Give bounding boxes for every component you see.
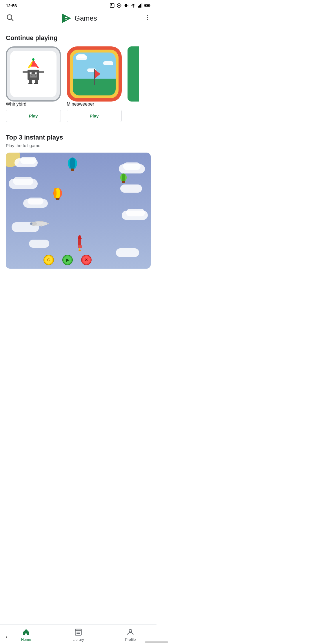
svg-rect-30 [35, 73, 37, 74]
svg-rect-39 [28, 83, 32, 84]
svg-point-25 [147, 19, 148, 20]
svg-point-24 [147, 17, 148, 18]
svg-rect-22 [65, 18, 68, 19]
minesweeper-name: Minesweeper [67, 102, 94, 107]
coin-green-1: G [43, 255, 54, 265]
svg-point-53 [70, 158, 75, 169]
svg-rect-46 [30, 74, 37, 77]
svg-point-9 [133, 7, 134, 8]
svg-point-23 [147, 15, 148, 16]
svg-rect-13 [141, 3, 142, 8]
instant-image-container: G ▶ ✕ [0, 153, 156, 274]
battery-icon [144, 3, 151, 8]
minesweeper-icon [67, 46, 122, 102]
balloon-teal [67, 157, 78, 174]
screenshot-icon [110, 3, 115, 8]
svg-point-47 [31, 75, 32, 76]
instant-plays-section: Top 3 instant plays Play the full game [0, 128, 156, 274]
page-title: Games [74, 14, 97, 22]
whirlybird-icon [6, 46, 61, 102]
search-button[interactable] [6, 13, 14, 23]
svg-rect-40 [34, 83, 38, 84]
svg-rect-50 [94, 69, 95, 85]
svg-point-59 [54, 188, 57, 198]
rocket-player [77, 235, 83, 251]
svg-rect-60 [56, 198, 59, 200]
more-options-button[interactable] [144, 14, 151, 23]
balloon-colorful-1 [52, 187, 63, 203]
svg-rect-16 [145, 5, 149, 6]
sky-game-scene[interactable]: G ▶ ✕ [6, 153, 151, 269]
svg-rect-49 [35, 75, 36, 76]
svg-point-18 [7, 15, 12, 19]
svg-line-55 [70, 169, 71, 169]
whirlybird-play-button[interactable]: Play [6, 110, 61, 122]
continue-playing-section: Continue playing [0, 28, 156, 128]
svg-rect-12 [140, 4, 141, 8]
balloon-small-right [119, 173, 128, 185]
svg-marker-51 [95, 69, 100, 79]
svg-point-71 [30, 222, 32, 225]
svg-point-64 [122, 173, 125, 182]
svg-line-56 [74, 169, 75, 169]
app-header: Games [0, 10, 156, 28]
svg-rect-4 [125, 4, 127, 7]
svg-line-19 [11, 19, 13, 21]
no-disturb-icon [117, 3, 122, 8]
play-games-logo [61, 13, 72, 24]
status-bar: 12:56 [0, 0, 156, 10]
svg-text:✕: ✕ [85, 258, 88, 262]
continue-playing-title: Continue playing [0, 31, 156, 46]
instant-plays-subtitle: Play the full game [0, 143, 156, 148]
airplane [29, 219, 49, 228]
continue-playing-row: Whirlybird Play [0, 46, 156, 128]
header-title-group: Games [61, 13, 97, 24]
svg-rect-35 [23, 71, 28, 73]
svg-rect-5 [124, 4, 125, 7]
svg-rect-1 [111, 4, 112, 5]
coin-red: ✕ [81, 255, 92, 265]
status-time: 12:56 [6, 3, 17, 8]
svg-rect-10 [138, 6, 139, 8]
minesweeper-play-button[interactable]: Play [67, 110, 122, 122]
svg-line-62 [59, 198, 61, 198]
minesweeper-card: Minesweeper Play [67, 46, 122, 122]
svg-rect-15 [150, 5, 150, 6]
whirlybird-card: Whirlybird Play [6, 46, 61, 122]
status-icons [110, 3, 151, 8]
svg-rect-36 [39, 71, 44, 73]
svg-rect-7 [125, 5, 125, 6]
coin-green-2: ▶ [62, 255, 73, 265]
svg-rect-29 [30, 73, 31, 74]
vibrate-icon [123, 3, 129, 8]
svg-text:▶: ▶ [66, 258, 70, 262]
wifi-icon [130, 3, 136, 8]
svg-rect-54 [71, 169, 74, 171]
svg-rect-65 [122, 181, 125, 183]
svg-rect-11 [139, 5, 140, 8]
svg-text:G: G [47, 258, 50, 262]
whirlybird-name: Whirlybird [6, 102, 26, 107]
third-game-card [128, 46, 139, 122]
svg-rect-6 [128, 4, 128, 7]
signal-icon [138, 3, 143, 8]
svg-rect-8 [128, 5, 128, 6]
svg-point-45 [32, 58, 34, 61]
